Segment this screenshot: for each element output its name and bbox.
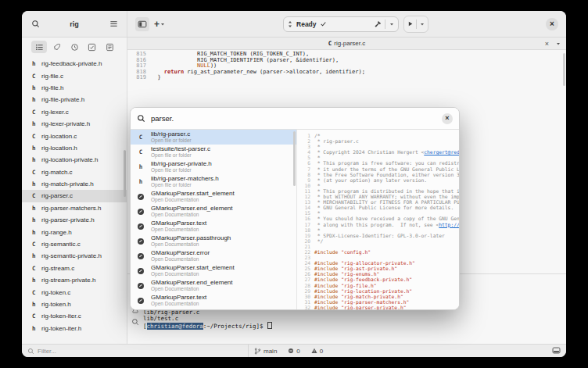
history-icon[interactable] <box>66 41 82 53</box>
preview-text: * This program is free software: you can… <box>314 160 459 166</box>
documentation-icon <box>135 238 146 245</box>
search-result-row[interactable]: GMarkupParser.textOpen Documentation <box>131 219 296 234</box>
tab-list-chevron-icon[interactable] <box>555 41 561 47</box>
build-options-chevron-icon[interactable] <box>389 21 395 27</box>
editor-scrollbar[interactable] <box>563 53 565 86</box>
search-result-row[interactable]: GMarkupParser.start_elementOpen Document… <box>131 263 296 278</box>
new-tab-split-button[interactable]: + <box>154 19 166 30</box>
file-row[interactable]: hrig-range.h <box>22 226 127 238</box>
file-row[interactable]: Crig-parser.c <box>22 190 127 202</box>
terminal-search-icon[interactable] <box>131 318 139 326</box>
file-row[interactable]: hrig-lexer-private.h <box>22 118 127 130</box>
sidebar-scrollbar[interactable] <box>124 150 126 197</box>
file-name: rig-range.h <box>41 229 72 236</box>
search-dialog-body: Clib/rig-parser.cOpen file or folderCtes… <box>131 130 459 309</box>
file-name: rig-token-iter.h <box>41 325 81 332</box>
file-row[interactable]: Crig-file.c <box>22 70 127 81</box>
file-row[interactable]: Crig-lexer.c <box>22 106 127 118</box>
headerbar-main: + Ready × <box>127 11 566 37</box>
search-result-row[interactable]: Clib/rig-parser.cOpen file or folder <box>131 130 296 145</box>
file-row[interactable]: hrig-file.h <box>22 82 127 94</box>
file-type-badge: h <box>32 156 41 163</box>
search-result-row[interactable]: GMarkupParser.end_elementOpen Documentat… <box>131 204 296 219</box>
file-type-badge: h <box>32 84 41 91</box>
result-subtitle: Open Documentation <box>151 227 206 233</box>
preview-line: 31#include "rig-parser-matchers.h" <box>300 299 459 305</box>
search-result-row[interactable]: GMarkupParser.passthroughOpen Documentat… <box>131 234 296 248</box>
file-row[interactable]: hrig-stream-private.h <box>22 274 127 286</box>
search-result-row[interactable]: Ctestsuite/test-parser.cOpen file or fol… <box>131 145 296 159</box>
file-name: rig-file.h <box>41 84 63 91</box>
warning-count[interactable]: 0 <box>306 348 328 355</box>
file-row[interactable]: Crig-semantic.c <box>22 238 127 250</box>
notes-icon[interactable] <box>102 41 117 53</box>
result-title: GMarkupParser.text <box>151 220 206 227</box>
file-row[interactable]: hrig-file-private.h <box>22 94 127 105</box>
toggle-bottom-panel-icon[interactable] <box>552 346 566 356</box>
terminal-line: lib/test.c <box>143 316 566 322</box>
preview-text: * GNU General Public License for more de… <box>314 205 454 210</box>
plus-icon[interactable]: + <box>154 19 160 30</box>
search-input[interactable]: parser. <box>151 114 436 123</box>
window-close-button[interactable]: × <box>546 18 558 30</box>
result-texts: GMarkupParser.start_elementOpen Document… <box>151 264 235 277</box>
documentation-icon <box>135 283 146 289</box>
preview-text: * the Free Software Foundation, either v… <box>314 172 459 177</box>
search-result-row[interactable]: GMarkupParser.end_elementOpen Documentat… <box>131 278 296 293</box>
file-row[interactable]: hrig-parser-matchers.h <box>22 202 127 214</box>
file-row[interactable]: Crig-match.c <box>22 166 127 178</box>
file-row[interactable]: hrig-feedback-private.h <box>22 58 127 70</box>
project-tree-icon[interactable] <box>31 41 47 53</box>
chevron-down-icon[interactable] <box>160 21 166 27</box>
tab-rig-parser[interactable]: Crig-parser.c <box>127 40 566 47</box>
search-result-row[interactable]: GMarkupParser.errorOpen Documentation <box>131 248 296 263</box>
file-row[interactable]: Crig-stream.c <box>22 263 127 274</box>
file-type-badge: h <box>135 178 146 185</box>
file-type-badge: h <box>32 216 41 223</box>
omnibar[interactable]: Ready <box>283 16 399 32</box>
file-row[interactable]: hrig-location-private.h <box>22 154 127 166</box>
menu-icon[interactable] <box>106 17 120 31</box>
dialog-close-button[interactable]: × <box>442 113 453 124</box>
documentation-icon <box>135 223 146 230</box>
preview-text: #include "rig-enums.h" <box>314 271 379 277</box>
file-row[interactable]: Crig-location.c <box>22 130 127 141</box>
file-row[interactable]: hrig-match-private.h <box>22 178 127 190</box>
build-hammer-icon[interactable] <box>374 20 382 28</box>
filter-input[interactable]: Filter... <box>22 345 249 357</box>
search-result-row[interactable]: GMarkupParser.textOpen Documentation <box>131 293 296 308</box>
line-number: 17 <box>300 222 314 227</box>
result-subtitle: Open Documentation <box>151 256 210 263</box>
search-result-row[interactable]: hlib/rig-parser-private.hOpen file or fo… <box>131 159 296 174</box>
file-row[interactable]: Crig-token-iter.c <box>22 310 127 322</box>
file-row[interactable]: hrig-parser-private.h <box>22 214 127 226</box>
search-result-row[interactable]: hlib/rig-parser-matchers.hOpen file or f… <box>131 174 296 189</box>
todo-icon[interactable] <box>84 41 100 53</box>
file-row[interactable]: hrig-token-iter.h <box>22 323 127 334</box>
result-texts: testsuite/test-parser.cOpen file or fold… <box>151 145 210 159</box>
headerbar: rig + Ready <box>22 11 566 38</box>
branch-indicator[interactable]: main <box>249 348 282 355</box>
file-type-badge: C <box>32 289 41 296</box>
results-scrollbar[interactable] <box>293 131 296 186</box>
file-row[interactable]: hrig-semantic-private.h <box>22 250 127 262</box>
file-row[interactable]: hrig-location.h <box>22 142 127 154</box>
file-row[interactable]: hrig-token.h <box>22 298 127 310</box>
search-result-row[interactable]: GMarkupParser.start_elementOpen Document… <box>131 189 296 204</box>
preview-text: #include "rig-match-private.h" <box>314 294 403 299</box>
run-split-button[interactable] <box>403 16 428 33</box>
result-texts: GMarkupParser.errorOpen Documentation <box>151 249 210 263</box>
line-number: 10 <box>300 183 314 188</box>
file-row[interactable]: Crig-token.c <box>22 286 127 298</box>
run-panel-icon[interactable] <box>49 41 65 53</box>
preview-line: 3 * <box>300 144 459 149</box>
search-icon[interactable] <box>28 17 42 31</box>
run-options-chevron-icon[interactable] <box>419 21 425 27</box>
run-play-icon[interactable] <box>407 20 414 27</box>
toggle-sidebar-icon[interactable] <box>135 17 149 31</box>
result-subtitle: Open Documentation <box>151 241 231 248</box>
search-dialog-header: parser. × <box>131 108 459 130</box>
error-count[interactable]: 0 <box>282 348 305 355</box>
tab-close-icon[interactable]: × <box>545 40 549 48</box>
terminal-prompt[interactable]: [christian@fedora:~/Projects/rig]$ <box>143 322 566 330</box>
